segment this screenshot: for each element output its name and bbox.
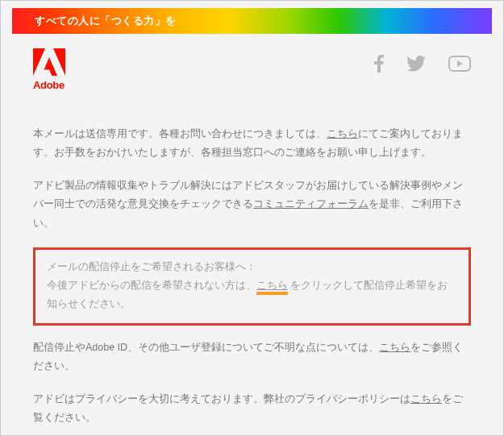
tagline-text: すべての人に「つくる力」を xyxy=(35,14,177,28)
unsubscribe-box: メールの配信停止をご希望されるお客様へ： 今後アドビからの配信を希望されない方は… xyxy=(33,247,471,326)
unsubscribe-link[interactable]: こちら xyxy=(256,280,288,295)
adobe-logo-label: Adobe xyxy=(33,79,65,91)
header: Adobe xyxy=(1,34,503,91)
facebook-icon[interactable] xyxy=(374,55,384,76)
adobe-logo: Adobe xyxy=(33,48,65,91)
social-links xyxy=(374,55,471,76)
adobe-logo-icon xyxy=(33,48,65,76)
unsubscribe-heading: メールの配信停止をご希望されるお客様へ： xyxy=(47,258,457,276)
paragraph-community: アドビ製品の情報収集やトラブル解決にはアドビスタッフがお届けしている解決事例やメ… xyxy=(33,176,471,232)
text: 本メールは送信専用です。各種お問い合わせにつきましては、 xyxy=(33,128,327,139)
privacy-policy-link[interactable]: こちら xyxy=(410,393,442,405)
community-forum-link[interactable]: コミュニティフォーラム xyxy=(253,198,369,210)
paragraph-contact: 本メールは送信専用です。各種お問い合わせにつきましては、こちらにてご案内しており… xyxy=(33,125,471,162)
contact-link[interactable]: こちら xyxy=(327,128,358,139)
youtube-icon[interactable] xyxy=(448,56,471,75)
adobeid-help-link[interactable]: こちら xyxy=(379,342,410,353)
unsubscribe-body: 今後アドビからの配信を希望されない方は、こちら をクリックして配信停止希望をお知… xyxy=(47,276,457,314)
text: 今後アドビからの配信を希望されない方は、 xyxy=(47,280,256,291)
text: アドビはプライバシーを大切に考えております。弊社のプライバシーポリシーは xyxy=(33,393,410,405)
body-content: 本メールは送信専用です。各種お問い合わせにつきましては、こちらにてご案内しており… xyxy=(1,91,503,436)
paragraph-adobeid: 配信停止やAdobe ID、その他ユーザ登録についてご不明な点については、こちら… xyxy=(33,338,471,376)
text: 配信停止やAdobe ID、その他ユーザ登録についてご不明な点については、 xyxy=(33,342,379,353)
banner-row: すべての人に「つくる力」を xyxy=(1,1,503,34)
email-container: すべての人に「つくる力」を Adobe 本メールは送信専用です。各 xyxy=(0,0,504,436)
twitter-icon[interactable] xyxy=(406,56,426,75)
tagline-banner: すべての人に「つくる力」を xyxy=(12,8,492,34)
paragraph-privacy: アドビはプライバシーを大切に考えております。弊社のプライバシーポリシーはこちらを… xyxy=(33,390,471,427)
